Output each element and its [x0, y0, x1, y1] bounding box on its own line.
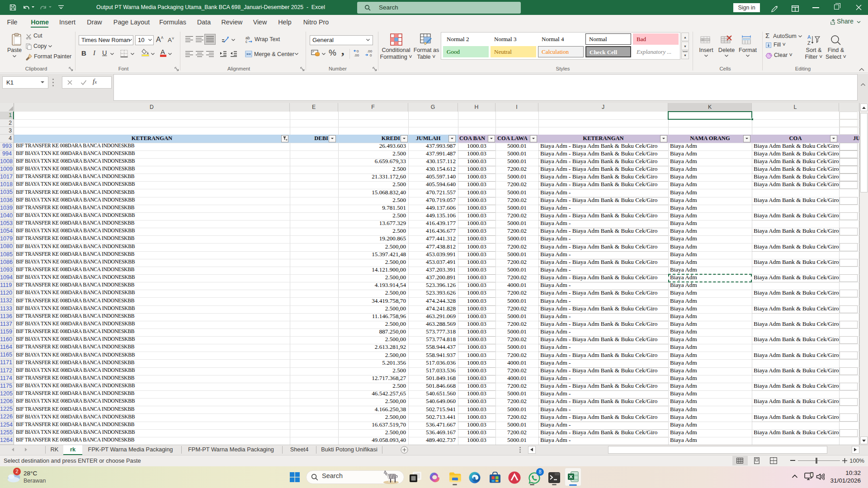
svg-text:0: 0	[357, 49, 359, 53]
svg-text:Z: Z	[807, 40, 811, 46]
svg-text:A: A	[807, 34, 811, 40]
svg-text:.00: .00	[354, 53, 359, 57]
